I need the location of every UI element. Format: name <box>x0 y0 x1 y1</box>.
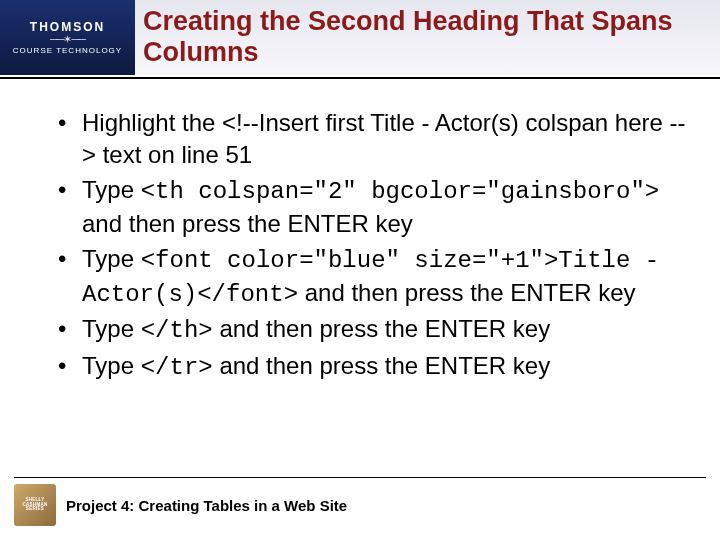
bullet-pre: Type <box>82 245 141 272</box>
bullet-post: and then press the ENTER key <box>298 279 636 306</box>
slide-content: Highlight the <!--Insert first Title - A… <box>0 79 720 384</box>
slide-header: THOMSON ──✶── COURSE TECHNOLOGY Creating… <box>0 0 720 79</box>
publisher-logo: THOMSON ──✶── COURSE TECHNOLOGY <box>0 0 135 75</box>
slide-footer: SHELLY CASHMAN SERIES Project 4: Creatin… <box>14 477 706 526</box>
list-item: Type </th> and then press the ENTER key <box>54 313 694 347</box>
series-logo: SHELLY CASHMAN SERIES <box>14 484 56 526</box>
logo-star-divider: ──✶── <box>50 34 85 44</box>
title-container: Creating the Second Heading That Spans C… <box>135 0 720 75</box>
list-item: Type <th colspan="2" bgcolor="gainsboro"… <box>54 174 694 241</box>
bullet-text: Highlight the <!--Insert first Title - A… <box>82 109 686 168</box>
bullet-post: and then press the ENTER key <box>213 352 551 379</box>
bullet-list: Highlight the <!--Insert first Title - A… <box>54 107 694 384</box>
bullet-code: </th> <box>141 317 213 344</box>
bullet-post: and then press the ENTER key <box>213 315 551 342</box>
bullet-code: <th colspan="2" bgcolor="gainsboro"> <box>141 178 659 205</box>
bullet-pre: Type <box>82 176 141 203</box>
bullet-pre: Type <box>82 352 141 379</box>
logo-bottom-text: COURSE TECHNOLOGY <box>13 46 122 55</box>
bullet-pre: Type <box>82 315 141 342</box>
series-logo-line: SERIES <box>26 507 44 512</box>
list-item: Type <font color="blue" size="+1">Title … <box>54 243 694 312</box>
slide-title: Creating the Second Heading That Spans C… <box>143 6 720 68</box>
footer-text: Project 4: Creating Tables in a Web Site <box>66 497 347 514</box>
logo-top-text: THOMSON <box>30 20 105 34</box>
bullet-code: </tr> <box>141 354 213 381</box>
list-item: Highlight the <!--Insert first Title - A… <box>54 107 694 172</box>
bullet-post: and then press the ENTER key <box>82 210 413 237</box>
list-item: Type </tr> and then press the ENTER key <box>54 350 694 384</box>
